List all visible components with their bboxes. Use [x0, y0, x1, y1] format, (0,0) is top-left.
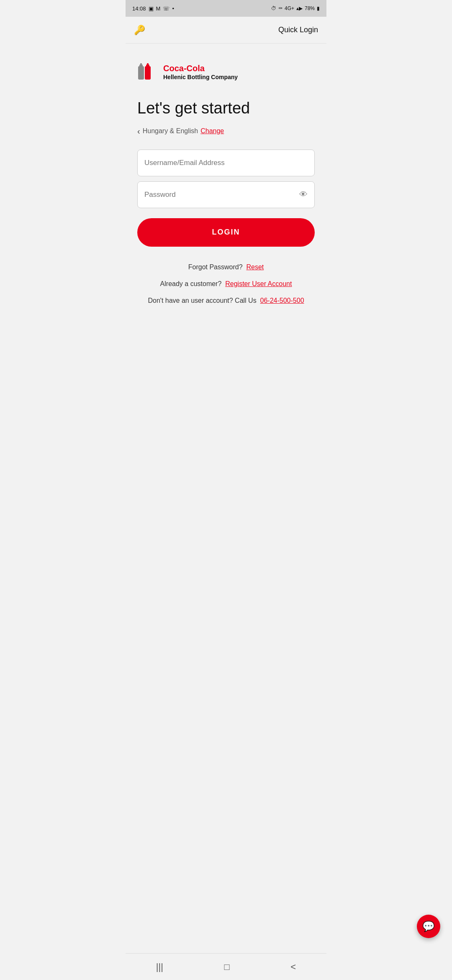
page-heading: Let's get started	[137, 99, 315, 118]
logo-company-line: Hellenic Bottling Company	[163, 73, 238, 81]
status-bar: 14:08 ▣ M ☏ • ⏱ ⚰ 4G+ ▴▶ 78% ▮	[126, 0, 326, 17]
username-input[interactable]	[144, 150, 308, 176]
region-label: Hungary & English	[143, 127, 198, 135]
status-call-icon: ☏	[163, 5, 170, 12]
svg-rect-3	[145, 66, 151, 80]
phone-number-link[interactable]: 06-24-500-500	[260, 297, 304, 304]
username-input-wrapper	[137, 150, 315, 176]
already-customer-text: Already a customer?	[160, 280, 222, 287]
input-group: 👁	[137, 150, 315, 208]
signal-icon: 4G+	[285, 5, 294, 11]
password-toggle-icon[interactable]: 👁	[299, 190, 308, 199]
status-dot: •	[172, 5, 174, 12]
forgot-password-line: Forgot Password? Reset	[188, 263, 264, 271]
app-bar: 🔑 Quick Login	[126, 17, 326, 44]
home-nav-icon[interactable]: □	[224, 962, 230, 972]
call-us-line: Don't have an user account? Call Us 06-2…	[148, 297, 304, 304]
register-line: Already a customer? Register User Accoun…	[160, 280, 292, 288]
key-icon[interactable]: 🔑	[134, 25, 145, 36]
recents-nav-icon[interactable]: |||	[156, 962, 163, 972]
logo-brand-name: Coca-Cola	[163, 63, 238, 73]
svg-rect-0	[138, 66, 144, 80]
logo-text-block: Coca-Cola Hellenic Bottling Company	[163, 63, 238, 81]
register-link[interactable]: Register User Account	[225, 280, 292, 287]
region-row: ‹ Hungary & English Change	[137, 126, 315, 136]
password-input-wrapper: 👁	[137, 181, 315, 208]
login-button[interactable]: LOGIN	[137, 218, 315, 247]
status-right: ⏱ ⚰ 4G+ ▴▶ 78% ▮	[271, 5, 320, 11]
call-us-text: Don't have an user account? Call Us	[148, 297, 256, 304]
change-region-link[interactable]: Change	[200, 127, 224, 135]
status-time: 14:08	[132, 5, 146, 12]
logo-area: Coca-Cola Hellenic Bottling Company	[137, 60, 315, 84]
battery-percent: 78%	[305, 5, 315, 11]
reset-password-link[interactable]: Reset	[246, 263, 264, 271]
battery-icon: ▮	[317, 5, 320, 11]
footer-links: Forgot Password? Reset Already a custome…	[137, 263, 315, 304]
status-gmail-icon: M	[156, 5, 161, 12]
svg-rect-5	[147, 63, 149, 65]
bluetooth-icon: ⚰	[278, 5, 282, 11]
back-chevron-icon[interactable]: ‹	[137, 126, 140, 136]
svg-rect-2	[140, 63, 142, 65]
alarm-icon: ⏱	[271, 5, 276, 11]
logo-bottles	[137, 60, 159, 84]
back-nav-icon[interactable]: <	[290, 962, 296, 972]
quick-login-label: Quick Login	[278, 26, 318, 34]
status-message-icon: ▣	[149, 5, 154, 12]
forgot-password-text: Forgot Password?	[188, 263, 243, 271]
wifi-icon: ▴▶	[296, 5, 303, 11]
password-input[interactable]	[144, 182, 299, 208]
nav-bar: ||| □ <	[126, 953, 326, 980]
status-left: 14:08 ▣ M ☏ •	[132, 5, 174, 12]
main-content: Coca-Cola Hellenic Bottling Company Let'…	[126, 44, 326, 953]
